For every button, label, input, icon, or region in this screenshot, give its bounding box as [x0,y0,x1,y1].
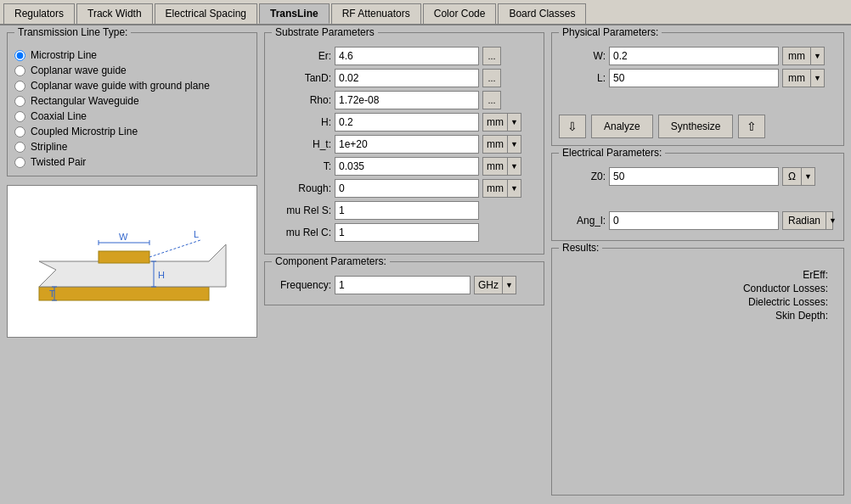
radio-coplanar-ground[interactable]: Coplanar wave guide with ground plane [14,79,250,92]
tand-label: TanD: [272,72,331,84]
murels-label: mu Rel S: [272,204,331,216]
results-title: Results: [559,242,602,254]
tab-transline[interactable]: TransLine [259,3,330,24]
svg-rect-0 [39,287,209,300]
tab-electrical-spacing[interactable]: Electrical Spacing [155,3,257,24]
w-unit-arrow[interactable]: ▼ [810,48,824,64]
svg-text:T: T [49,288,55,299]
h-unit-arrow[interactable]: ▼ [507,114,521,131]
murelc-input[interactable] [335,223,479,242]
tab-color-code[interactable]: Color Code [423,3,497,24]
svg-rect-2 [99,251,149,263]
t-input[interactable] [335,157,479,176]
ht-input[interactable] [335,135,479,154]
substrate-title: Substrate Parameters [272,26,378,38]
rough-unit-selector[interactable]: mm ▼ [482,179,521,198]
z0-input[interactable] [609,167,779,186]
h-unit-selector[interactable]: mm ▼ [482,113,521,132]
radio-microstrip[interactable]: Microstrip Line [14,48,250,62]
rough-unit-arrow[interactable]: ▼ [507,180,521,197]
l-unit-selector[interactable]: mm ▼ [782,69,825,87]
up-arrow-button[interactable]: ⇧ [738,115,765,138]
angl-input[interactable] [609,211,779,230]
angl-label: Ang_l: [559,215,606,227]
component-title: Component Parameters: [272,255,390,267]
rho-label: Rho: [272,94,331,106]
angl-unit-selector[interactable]: Radian ▼ [782,211,833,230]
frequency-label: Frequency: [272,279,331,291]
h-input[interactable] [335,113,479,132]
tand-dots-button[interactable]: ... [482,69,501,87]
rho-input[interactable] [335,91,479,109]
ht-unit-selector[interactable]: mm ▼ [482,135,521,154]
dielectric-losses-label: Dielectric Losses: [748,296,828,308]
z0-unit-arrow[interactable]: ▼ [801,168,814,185]
er-input[interactable] [335,47,479,65]
synthesize-button[interactable]: Synthesize [658,115,734,138]
er-dots-button[interactable]: ... [482,47,501,65]
rough-label: Rough: [272,182,331,194]
svg-text:L: L [194,229,199,239]
svg-text:W: W [119,232,128,242]
ht-unit-arrow[interactable]: ▼ [507,136,521,153]
physical-title: Physical Parameters: [559,26,662,38]
tab-regulators[interactable]: Regulators [3,3,75,24]
angl-unit-arrow[interactable]: ▼ [826,212,839,229]
radio-coplanar[interactable]: Coplanar wave guide [14,64,250,77]
tabs-bar: Regulators Track Width Electrical Spacin… [0,0,851,25]
transmission-line-title: Transmission Line Type: [14,26,131,38]
w-unit-selector[interactable]: mm ▼ [782,47,825,65]
radio-coaxial[interactable]: Coaxial Line [14,109,250,123]
frequency-input[interactable] [335,276,471,294]
tab-board-classes[interactable]: Board Classes [498,3,586,24]
svg-line-7 [149,240,200,257]
l-unit-arrow[interactable]: ▼ [810,70,824,87]
ht-label: H_t: [272,138,331,150]
conductor-losses-label: Conductor Losses: [743,283,828,294]
t-label: T: [272,160,331,172]
rho-dots-button[interactable]: ... [482,91,501,109]
z0-unit-selector[interactable]: Ω ▼ [782,167,815,186]
l-label: L: [559,72,606,84]
frequency-unit-arrow[interactable]: ▼ [502,277,516,294]
l-input[interactable] [609,69,779,87]
radio-coupled-microstrip[interactable]: Coupled Microstrip Line [14,125,250,138]
skin-depth-label: Skin Depth: [775,310,828,322]
microstrip-diagram: W L T H [7,185,257,338]
murels-input[interactable] [335,201,479,220]
radio-twisted-pair[interactable]: Twisted Pair [14,155,250,169]
rough-input[interactable] [335,179,479,198]
radio-stripline[interactable]: Stripline [14,140,250,154]
w-label: W: [559,50,606,62]
frequency-unit-selector[interactable]: GHz ▼ [474,276,516,294]
down-arrow-button[interactable]: ⇩ [559,115,586,138]
murelc-label: mu Rel C: [272,227,331,238]
electrical-title: Electrical Parameters: [559,147,665,159]
t-unit-selector[interactable]: mm ▼ [482,157,521,176]
er-label: Er: [272,50,331,62]
tab-rf-attenuators[interactable]: RF Attenuators [331,3,421,24]
transmission-line-options: Microstrip Line Coplanar wave guide Copl… [14,48,250,169]
t-unit-arrow[interactable]: ▼ [507,158,521,175]
ereff-label: ErEff: [803,269,828,281]
w-input[interactable] [609,47,779,65]
svg-text:H: H [158,270,165,280]
tand-input[interactable] [335,69,479,87]
analyze-button[interactable]: Analyze [591,115,653,138]
tab-track-width[interactable]: Track Width [76,3,153,24]
z0-label: Z0: [559,171,606,182]
radio-rectangular[interactable]: Rectangular Waveguide [14,94,250,108]
h-label: H: [272,116,331,128]
